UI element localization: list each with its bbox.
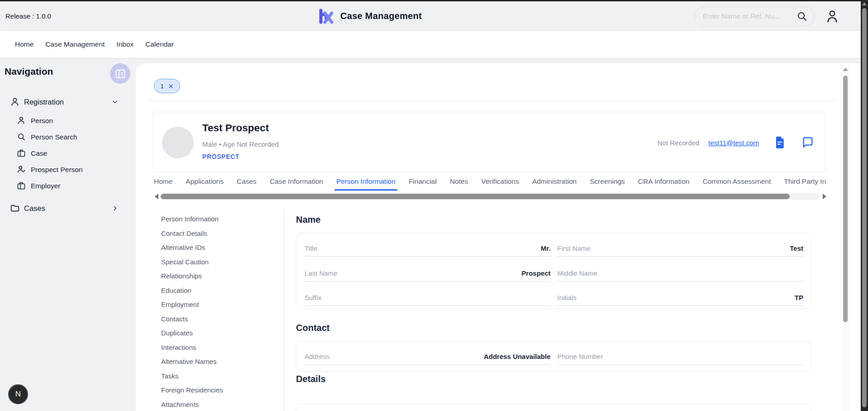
- scrollbar-thumb[interactable]: [843, 76, 848, 322]
- user-profile-icon[interactable]: [825, 9, 839, 24]
- field-value: Prospect: [521, 269, 550, 277]
- section-nav-contact-details[interactable]: Contact Details: [161, 226, 270, 241]
- content-vertical-scrollbar[interactable]: [841, 65, 850, 411]
- tab-applications[interactable]: Applications: [186, 172, 224, 191]
- profile-avatar: [162, 127, 194, 158]
- close-icon[interactable]: ✕: [168, 83, 174, 90]
- section-nav-alternative-names[interactable]: Alternative Names: [161, 354, 270, 369]
- sidebar-item-cases[interactable]: Cases: [0, 201, 134, 216]
- sidebar-item-prospect-person[interactable]: Prospect Person: [0, 162, 134, 177]
- sidebar-item-label: Prospect Person: [31, 166, 83, 174]
- section-nav-employment[interactable]: Employment: [161, 297, 270, 312]
- tab-person-information[interactable]: Person Information: [336, 172, 396, 191]
- sidebar-item-case[interactable]: Case: [0, 146, 134, 161]
- section-nav-tasks[interactable]: Tasks: [161, 369, 270, 383]
- release-label: Release : 1.0.0: [5, 1, 51, 31]
- section-nav-education[interactable]: Education: [161, 283, 270, 298]
- nav-home[interactable]: Home: [15, 40, 33, 48]
- nav-calendar[interactable]: Calendar: [145, 40, 174, 48]
- scroll-right-arrow-icon[interactable]: [823, 194, 826, 199]
- scroll-up-arrow-icon[interactable]: [862, 2, 867, 5]
- field-phone-number[interactable]: Phone Number: [558, 346, 804, 365]
- field-first-name[interactable]: First Name Test: [558, 238, 804, 257]
- chevron-down-icon[interactable]: [111, 98, 119, 105]
- person-icon: [10, 97, 20, 107]
- section-nav-foreign-residencies[interactable]: Foreign Residencies: [161, 383, 270, 397]
- field-value: Test: [790, 244, 803, 252]
- document-icon[interactable]: [773, 136, 787, 149]
- briefcase-icon: [17, 148, 27, 158]
- field-middle-name[interactable]: Middle Name: [558, 263, 804, 282]
- divider: [148, 100, 835, 101]
- logo-group: Case Management: [317, 1, 422, 31]
- field-title[interactable]: Title Mr.: [305, 238, 551, 257]
- record-tabs: Home Applications Cases Case Information…: [154, 172, 851, 191]
- panel-collapse-icon: [115, 68, 126, 79]
- folder-icon: [10, 203, 20, 213]
- tab-case-information[interactable]: Case Information: [270, 172, 323, 191]
- section-nav-contacts[interactable]: Contacts: [161, 312, 270, 326]
- sidebar-collapse-button[interactable]: [110, 63, 130, 84]
- field-address[interactable]: Address Address Unavailable: [305, 346, 551, 365]
- section-title-name: Name: [296, 215, 320, 225]
- section-nav-relationships[interactable]: Relationships: [161, 269, 270, 283]
- section-nav-person-information[interactable]: Person Information: [161, 212, 270, 226]
- sidebar-item-registration[interactable]: Registration: [0, 94, 134, 110]
- tab-common-assessment[interactable]: Common Assessment: [702, 172, 771, 191]
- scrollbar-thumb[interactable]: [862, 8, 867, 407]
- global-search[interactable]: [694, 6, 815, 26]
- tab-screenings[interactable]: Screenings: [590, 172, 625, 191]
- sidebar-item-label: Employer: [31, 182, 60, 190]
- section-nav-alternative-ids[interactable]: Alternative IDs: [161, 240, 270, 255]
- section-nav-interactions[interactable]: Interactions: [161, 340, 270, 355]
- field-label: Last Name: [305, 269, 338, 277]
- tab-third-party-information[interactable]: Third Party In: [784, 172, 826, 191]
- scrollbar-thumb[interactable]: [161, 194, 790, 199]
- window-scrollbar[interactable]: [861, 0, 868, 411]
- tab-financial[interactable]: Financial: [409, 172, 437, 191]
- sidebar-item-label: Person Search: [31, 133, 77, 141]
- profile-email-link[interactable]: test11@test.com: [708, 139, 759, 147]
- tab-verifications[interactable]: Verifications: [481, 172, 519, 191]
- section-nav-duplicates[interactable]: Duplicates: [161, 326, 270, 340]
- field-label: Initials: [558, 294, 577, 301]
- contact-section-card: Address Address Unavailable Phone Number: [296, 341, 811, 372]
- nav-inbox[interactable]: Inbox: [116, 40, 134, 48]
- app-title: Case Management: [340, 11, 422, 21]
- section-nav-attachments[interactable]: Attachments: [161, 397, 270, 411]
- scroll-up-arrow-icon[interactable]: [843, 67, 848, 71]
- field-last-name[interactable]: Last Name Prospect: [305, 263, 551, 282]
- field-label: Title: [305, 244, 317, 252]
- sidebar-item-person-search[interactable]: Person Search: [0, 129, 134, 145]
- tab-administration[interactable]: Administration: [532, 172, 577, 191]
- search-icon[interactable]: [796, 10, 808, 22]
- chevron-right-icon[interactable]: [111, 205, 119, 212]
- section-nav-special-caution[interactable]: Special Caution: [161, 255, 270, 269]
- sidebar: Navigation Registration: [0, 58, 134, 411]
- search-icon: [17, 132, 27, 142]
- chip-number: 1: [160, 83, 164, 90]
- sidebar-item-employer[interactable]: Employer: [0, 178, 134, 194]
- field-value: Mr.: [541, 244, 551, 252]
- scroll-left-arrow-icon[interactable]: [155, 194, 158, 199]
- tab-cases[interactable]: Cases: [237, 172, 257, 191]
- chat-icon[interactable]: [801, 136, 815, 149]
- sidebar-item-label: Case: [31, 149, 47, 158]
- search-input[interactable]: [703, 12, 796, 20]
- tab-cra-information[interactable]: CRA Information: [638, 172, 690, 191]
- profile-status: Not Recorded: [658, 139, 700, 147]
- field-initials[interactable]: Initials TP: [558, 287, 804, 306]
- tabs-horizontal-scrollbar[interactable]: [154, 192, 826, 201]
- nav-case-management[interactable]: Case Management: [45, 40, 105, 48]
- sidebar-item-label: Registration: [24, 98, 64, 106]
- avatar-initial: N: [15, 390, 21, 399]
- workspace-tab-chip[interactable]: 1 ✕: [154, 79, 180, 93]
- tab-home[interactable]: Home: [154, 172, 172, 191]
- profile-card: Test Prospect Male ▪ Age Not Recorded PR…: [153, 112, 825, 172]
- sidebar-item-person[interactable]: Person: [0, 113, 134, 129]
- scrollbar-track[interactable]: [159, 193, 820, 200]
- field-suffix[interactable]: Suffix: [305, 287, 551, 306]
- field-label: Middle Name: [558, 269, 597, 277]
- tab-notes[interactable]: Notes: [450, 172, 468, 191]
- user-avatar[interactable]: N: [8, 384, 28, 404]
